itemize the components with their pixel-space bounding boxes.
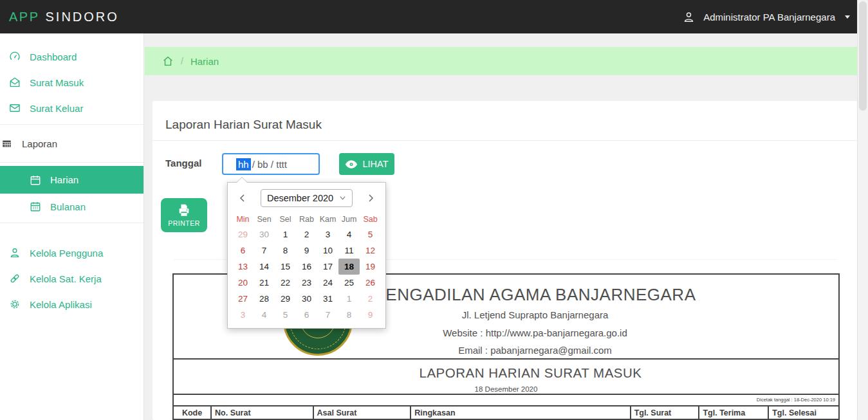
breadcrumb-separator: / — [181, 56, 183, 66]
sidebar-item-label: Kelola Aplikasi — [30, 299, 92, 310]
sidebar-item-label: Bulanan — [50, 201, 86, 212]
day-cell-6-adjacent[interactable]: 6 — [296, 307, 317, 323]
column-header-asal-surat: Asal Surat — [313, 406, 411, 419]
day-cell-2-adjacent[interactable]: 2 — [360, 291, 381, 307]
day-header-rab: Rab — [296, 212, 317, 226]
report-table: KodeNo. SuratAsal SuratRingkasanTgl. Sur… — [174, 405, 838, 420]
day-cell-26[interactable]: 26 — [360, 275, 381, 291]
divider — [0, 162, 143, 163]
chevron-down-icon — [845, 15, 850, 19]
day-header-jum: Jum — [338, 212, 360, 226]
column-header-kode: Kode — [174, 406, 211, 419]
column-header-no-surat: No. Surat — [211, 406, 313, 419]
day-cell-4-adjacent[interactable]: 4 — [254, 307, 275, 323]
day-cell-3-adjacent[interactable]: 3 — [232, 307, 254, 323]
day-cell-24[interactable]: 24 — [317, 275, 338, 291]
scrollbar[interactable] — [857, 0, 868, 420]
day-cell-12[interactable]: 12 — [360, 242, 381, 259]
day-cell-31[interactable]: 31 — [317, 291, 338, 307]
day-cell-25[interactable]: 25 — [338, 275, 360, 291]
lihat-button[interactable]: LIHAT — [339, 153, 394, 175]
home-icon[interactable] — [162, 55, 174, 67]
day-cell-4[interactable]: 4 — [338, 226, 360, 242]
day-cell-2[interactable]: 2 — [296, 226, 317, 242]
breadcrumb-current: Harian — [190, 56, 219, 67]
sidebar-item-label: Harian — [50, 174, 78, 185]
topbar: APPSINDORO Administrator PA Banjarnegara — [0, 0, 858, 33]
user-avatar-icon — [683, 10, 695, 24]
day-cell-14[interactable]: 14 — [254, 259, 275, 275]
day-cell-22[interactable]: 22 — [275, 275, 296, 291]
day-cell-23[interactable]: 23 — [296, 275, 317, 291]
day-cell-29[interactable]: 29 — [275, 291, 296, 307]
tanggal-label: Tanggal — [165, 158, 201, 169]
sidebar-item-dashboard[interactable]: Dashboard — [0, 44, 143, 69]
day-cell-13[interactable]: 13 — [232, 259, 254, 275]
sidebar-item-kelola-pengguna[interactable]: Kelola Pengguna — [0, 240, 143, 266]
sidebar-item-label: Kelola Sat. Kerja — [30, 273, 102, 284]
month-year-select[interactable]: Desember 2020 — [261, 189, 353, 207]
sidebar-item-harian[interactable]: Harian — [0, 166, 143, 194]
day-header-sen: Sen — [254, 212, 275, 226]
day-cell-18[interactable]: 18 — [338, 259, 360, 275]
user-menu[interactable]: Administrator PA Banjarnegara — [683, 0, 850, 33]
brand-app: APP — [9, 10, 40, 24]
day-cell-7[interactable]: 7 — [254, 242, 275, 259]
next-month-button[interactable] — [364, 191, 378, 205]
day-cell-9[interactable]: 9 — [296, 242, 317, 259]
calendar-grid-icon — [30, 201, 41, 212]
date-picker-header: Desember 2020 — [228, 183, 385, 210]
day-of-week-row: MinSenSelRabKamJumSab — [228, 212, 385, 226]
sidebar-item-surat-masuk[interactable]: Surat Masuk — [0, 69, 143, 95]
day-cell-3[interactable]: 3 — [317, 226, 338, 242]
date-placeholder: / bb / tttt — [252, 159, 287, 170]
day-cell-5[interactable]: 5 — [360, 226, 381, 242]
day-cell-8-adjacent[interactable]: 8 — [338, 307, 360, 323]
month-year-label: Desember 2020 — [267, 193, 333, 203]
day-cell-5-adjacent[interactable]: 5 — [275, 307, 296, 323]
day-cell-9-adjacent[interactable]: 9 — [360, 307, 381, 323]
app-logo[interactable]: APPSINDORO — [9, 10, 119, 24]
table-header-row: KodeNo. SuratAsal SuratRingkasanTgl. Sur… — [174, 406, 838, 419]
day-cell-1[interactable]: 1 — [275, 226, 296, 242]
eye-icon — [345, 160, 358, 169]
sidebar-item-bulanan[interactable]: Bulanan — [0, 194, 143, 219]
day-header-sab: Sab — [360, 212, 381, 226]
day-cell-7-adjacent[interactable]: 7 — [317, 307, 338, 323]
divider — [0, 223, 143, 223]
printed-timestamp: Dicetak tanggal : 18-Dec-2020 10:19 — [174, 394, 838, 405]
sidebar-item-kelola-sat-kerja[interactable]: Kelola Sat. Kerja — [0, 266, 143, 291]
sidebar-item-laporan[interactable]: Laporan — [0, 128, 143, 159]
date-input[interactable]: hh / bb / tttt — [222, 153, 320, 175]
brand-name: SINDORO — [46, 10, 119, 24]
chevron-down-icon — [339, 196, 346, 201]
printer-label: PRINTER — [168, 219, 200, 227]
day-cell-27[interactable]: 27 — [232, 291, 254, 307]
column-header-ringkasan: Ringkasan — [411, 406, 630, 419]
day-cell-11[interactable]: 11 — [338, 242, 360, 259]
day-cell-21[interactable]: 21 — [254, 275, 275, 291]
sidebar-item-label: Surat Masuk — [30, 77, 84, 88]
sidebar-item-kelola-aplikasi[interactable]: Kelola Aplikasi — [0, 291, 143, 317]
sidebar-item-label: Kelola Pengguna — [30, 248, 103, 259]
sidebar-item-surat-keluar[interactable]: Surat Keluar — [0, 95, 143, 121]
day-cell-1-adjacent[interactable]: 1 — [338, 291, 360, 307]
day-cell-15[interactable]: 15 — [275, 259, 296, 275]
date-segment-selected: hh — [236, 158, 251, 170]
day-cell-30[interactable]: 30 — [296, 291, 317, 307]
sidebar: DashboardSurat MasukSurat KeluarLaporanH… — [0, 33, 144, 420]
page-title: Laporan Harian Surat Masuk — [165, 118, 322, 132]
day-cell-19[interactable]: 19 — [360, 259, 381, 275]
day-cell-8[interactable]: 8 — [275, 242, 296, 259]
day-cell-6[interactable]: 6 — [232, 242, 254, 259]
day-cell-16[interactable]: 16 — [296, 259, 317, 275]
day-cell-20[interactable]: 20 — [232, 275, 254, 291]
day-cell-10[interactable]: 10 — [317, 242, 338, 259]
day-cell-30-adjacent[interactable]: 30 — [254, 226, 275, 242]
day-cell-17[interactable]: 17 — [317, 259, 338, 275]
day-cell-28[interactable]: 28 — [254, 291, 275, 307]
previous-month-button[interactable] — [235, 191, 250, 205]
printer-button[interactable]: PRINTER — [161, 198, 207, 232]
day-cell-29-adjacent[interactable]: 29 — [232, 226, 254, 242]
scrollbar-thumb[interactable] — [859, 1, 867, 111]
